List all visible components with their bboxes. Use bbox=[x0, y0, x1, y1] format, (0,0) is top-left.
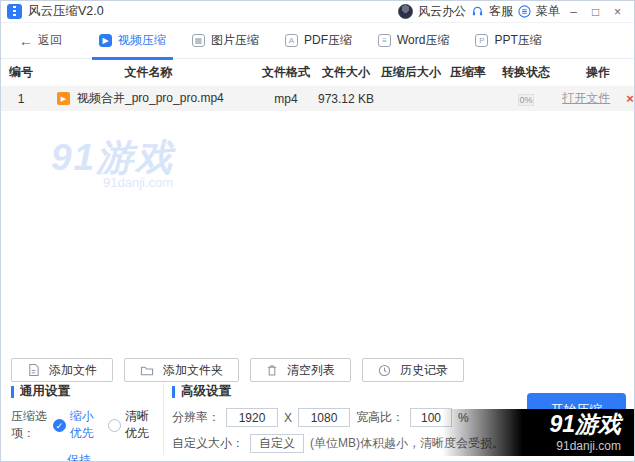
general-settings-header: 通用设置 bbox=[11, 383, 163, 400]
tab-image-compress[interactable]: ▦ 图片压缩 bbox=[179, 23, 272, 59]
col-filename: 文件名称 bbox=[41, 64, 256, 81]
tab-bar: ← 返回 ▶ 视频压缩 ▦ 图片压缩 A PDF压缩 ≡ Word压缩 P PP… bbox=[1, 23, 634, 59]
tab-word-compress[interactable]: ≡ Word压缩 bbox=[365, 23, 462, 59]
radio-checked-icon[interactable]: ✓ bbox=[53, 419, 66, 432]
col-size-after: 压缩后大小 bbox=[376, 64, 446, 81]
advanced-settings-title: 高级设置 bbox=[181, 383, 231, 400]
compress-option-label: 压缩选项： bbox=[11, 408, 51, 442]
col-status: 转换状态 bbox=[490, 64, 562, 81]
resolution-x-separator: X bbox=[284, 411, 292, 425]
title-bar: 风云压缩V2.0 风云办公 客服 菜单 – □ × bbox=[1, 1, 634, 23]
option-clarity-first[interactable]: 清晰优先 bbox=[108, 408, 151, 442]
tab-label: PDF压缩 bbox=[304, 32, 352, 49]
app-title: 风云压缩V2.0 bbox=[28, 3, 104, 20]
history-label: 历史记录 bbox=[400, 362, 448, 379]
tab-label: 图片压缩 bbox=[211, 32, 259, 49]
file-list-area: 91游戏 91danji.com bbox=[1, 111, 634, 353]
general-settings-section: 通用设置 压缩选项： ✓ 缩小优先 清晰优先 输出格式： ✓ 保持原格式 bbox=[11, 383, 163, 461]
tab-pdf-compress[interactable]: A PDF压缩 bbox=[272, 23, 365, 59]
section-accent-bar bbox=[172, 386, 175, 398]
tab-label: 视频压缩 bbox=[118, 32, 166, 49]
row-index: 1 bbox=[1, 92, 41, 106]
back-label: 返回 bbox=[38, 32, 62, 49]
open-file-link[interactable]: 打开文件 bbox=[562, 90, 610, 107]
ppt-tab-icon: P bbox=[475, 34, 488, 47]
tab-label: Word压缩 bbox=[397, 32, 449, 49]
option-keep-format[interactable]: ✓ 保持原格式 bbox=[50, 452, 97, 462]
remove-file-button[interactable]: × bbox=[626, 91, 634, 106]
col-filesize: 文件大小 bbox=[316, 64, 376, 81]
trash-icon bbox=[266, 364, 278, 377]
add-folder-label: 添加文件夹 bbox=[163, 362, 223, 379]
menu-icon bbox=[518, 5, 531, 18]
output-format-row: 输出格式： ✓ 保持原格式 MP4 bbox=[11, 452, 163, 462]
col-format: 文件格式 bbox=[256, 64, 316, 81]
back-arrow-icon: ← bbox=[19, 33, 33, 49]
col-index: 编号 bbox=[1, 64, 41, 81]
aspect-ratio-label: 宽高比： bbox=[356, 409, 404, 426]
account-label[interactable]: 风云办公 bbox=[418, 3, 466, 20]
row-filename: 视频合并_pro_pro_pro.mp4 bbox=[77, 90, 224, 107]
resolution-label: 分辨率： bbox=[172, 409, 220, 426]
corner-watermark: 91游戏 91danji.com bbox=[442, 409, 634, 456]
tab-ppt-compress[interactable]: P PPT压缩 bbox=[462, 23, 554, 59]
settings-divider bbox=[163, 383, 164, 455]
table-header: 编号 文件名称 文件格式 文件大小 压缩后大小 压缩率 转换状态 操作 bbox=[1, 59, 634, 86]
headset-icon bbox=[471, 5, 484, 18]
section-accent-bar bbox=[11, 386, 14, 398]
row-filesize: 973.12 KB bbox=[316, 92, 376, 106]
corner-watermark-site: 91danji.com bbox=[556, 439, 621, 453]
clock-icon bbox=[378, 364, 391, 377]
tab-label: PPT压缩 bbox=[494, 32, 541, 49]
col-operations: 操作 bbox=[562, 64, 634, 81]
custom-size-label: 自定义大小： bbox=[172, 435, 244, 452]
app-logo-icon bbox=[7, 4, 22, 19]
image-tab-icon: ▦ bbox=[192, 34, 205, 47]
center-watermark: 91游戏 91danji.com bbox=[51, 133, 174, 190]
folder-plus-icon bbox=[140, 364, 154, 377]
maximize-button[interactable]: □ bbox=[587, 5, 604, 19]
clear-list-label: 清空列表 bbox=[287, 362, 335, 379]
row-status-cell: 0% bbox=[490, 92, 562, 106]
option-shrink-first[interactable]: ✓ 缩小优先 bbox=[53, 408, 96, 442]
app-window: 风云压缩V2.0 风云办公 客服 菜单 – □ × ← 返回 ▶ 视频压缩 bbox=[0, 0, 635, 462]
resolution-width-input[interactable] bbox=[226, 408, 278, 427]
col-ratio: 压缩率 bbox=[446, 64, 490, 81]
minimize-button[interactable]: – bbox=[565, 5, 582, 19]
word-tab-icon: ≡ bbox=[378, 34, 391, 47]
titlebar-right: 风云办公 客服 菜单 – □ × bbox=[398, 3, 626, 20]
row-filename-cell: ▶ 视频合并_pro_pro_pro.mp4 bbox=[41, 90, 256, 107]
pdf-tab-icon: A bbox=[285, 34, 298, 47]
support-button[interactable]: 客服 bbox=[489, 3, 513, 20]
corner-watermark-brand: 91游戏 bbox=[549, 413, 621, 436]
back-button[interactable]: ← 返回 bbox=[19, 32, 62, 49]
row-format: mp4 bbox=[256, 92, 316, 106]
progress-bar: 0% bbox=[518, 94, 533, 106]
custom-size-button[interactable]: 自定义 bbox=[250, 434, 304, 453]
user-avatar[interactable] bbox=[398, 4, 413, 19]
radio-unchecked-icon[interactable] bbox=[108, 419, 121, 432]
menu-button[interactable]: 菜单 bbox=[536, 3, 560, 20]
tab-video-compress[interactable]: ▶ 视频压缩 bbox=[86, 23, 179, 59]
resolution-height-input[interactable] bbox=[298, 408, 350, 427]
compress-option-row: 压缩选项： ✓ 缩小优先 清晰优先 bbox=[11, 408, 163, 442]
video-file-icon: ▶ bbox=[57, 92, 70, 105]
row-operations-cell: 打开文件 × bbox=[562, 90, 634, 107]
add-file-label: 添加文件 bbox=[49, 362, 97, 379]
video-tab-icon: ▶ bbox=[99, 34, 112, 47]
general-settings-title: 通用设置 bbox=[20, 383, 70, 400]
file-plus-icon bbox=[27, 363, 40, 377]
table-row: 1 ▶ 视频合并_pro_pro_pro.mp4 mp4 973.12 KB 0… bbox=[1, 86, 634, 111]
close-button[interactable]: × bbox=[609, 5, 626, 19]
